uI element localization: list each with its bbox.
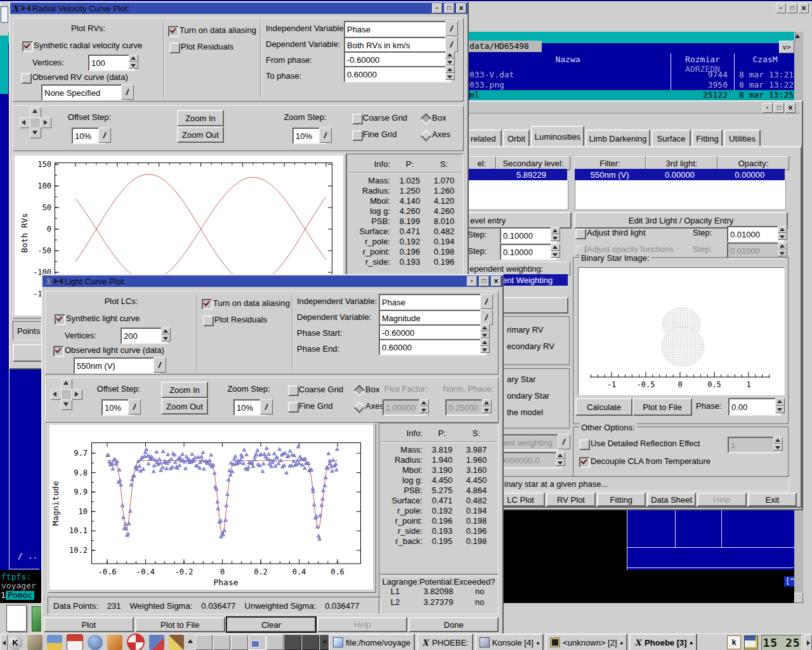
spin-up-icon[interactable]	[482, 399, 492, 406]
maximize-icon[interactable]	[444, 3, 454, 13]
dropdown-icon[interactable]	[121, 84, 134, 100]
plot-to-file-button[interactable]: Plot to File	[632, 398, 692, 416]
level-table-body[interactable]	[468, 180, 568, 210]
synthetic-lc-checkbox[interactable]	[55, 314, 65, 325]
maximize-icon[interactable]	[787, 3, 797, 13]
pan-down-icon[interactable]	[61, 399, 72, 410]
observed-lc-dropdown[interactable]: 550nm (V)	[74, 357, 160, 374]
mc-panel-menu-button[interactable]: v>	[779, 41, 794, 53]
spin-down-icon[interactable]	[445, 73, 455, 80]
phase-start-spinner[interactable]	[480, 324, 490, 338]
col-header[interactable]: Filter:	[574, 156, 646, 170]
new-document-icon[interactable]	[6, 605, 27, 632]
lifebuoy-icon[interactable]	[127, 633, 145, 650]
taskbar-button[interactable]: Phoebe [3]	[629, 633, 697, 650]
vertices-spinner[interactable]	[161, 328, 171, 342]
desktop-icon[interactable]	[149, 635, 164, 650]
taskbar-button[interactable]: PHOEBE:	[417, 633, 473, 650]
adjust-third-light-checkbox[interactable]	[575, 229, 586, 239]
spin-up-icon[interactable]	[129, 55, 138, 62]
mc-col-size[interactable]: Rozmiar	[672, 55, 733, 64]
zoom-out-button[interactable]: Zoom Out	[177, 126, 224, 143]
spin-down-icon[interactable]	[556, 459, 565, 466]
spin-down-icon[interactable]	[551, 234, 560, 241]
spin-down-icon[interactable]	[445, 58, 455, 65]
indep-var-dropdown[interactable]: Phase	[344, 21, 452, 37]
rv-plot-button[interactable]: RV Plot	[546, 493, 595, 507]
spin-down-icon[interactable]	[778, 233, 787, 240]
maximize-icon[interactable]	[774, 103, 784, 113]
spin-up-icon[interactable]	[480, 324, 490, 331]
spin-up-icon[interactable]	[556, 452, 565, 459]
bell-icon[interactable]	[88, 635, 103, 650]
data-aliasing-checkbox[interactable]	[168, 26, 179, 37]
dropdown-icon[interactable]	[98, 128, 111, 143]
level-step-spinner-2[interactable]	[551, 244, 560, 258]
taskbar-button[interactable]: <unknown> [2]	[546, 633, 627, 650]
level-step-spinner[interactable]	[551, 227, 560, 241]
col-header[interactable]: Secondary level:	[496, 156, 570, 170]
col-header[interactable]: el:	[468, 156, 496, 170]
pager-desktop-7[interactable]	[302, 635, 319, 650]
norm-phase-spinner[interactable]	[482, 399, 492, 413]
to-phase-field[interactable]: 0.60000	[344, 66, 452, 83]
pager-desktop-3[interactable]	[231, 635, 248, 650]
spin-down-icon[interactable]	[161, 335, 171, 342]
close-icon[interactable]	[785, 103, 796, 113]
spin-down-icon[interactable]	[773, 444, 783, 451]
tab-related[interactable]: related	[464, 129, 502, 146]
lc-plot-canvas[interactable]: 9.79.89.91010.110.2-0.6-0.4-0.200.20.40.…	[49, 425, 373, 590]
observed-rv-dropdown[interactable]: None Specified	[41, 84, 128, 101]
sigma-spinner[interactable]	[556, 452, 565, 466]
pan-right-icon[interactable]	[40, 117, 51, 128]
calculate-button[interactable]: Calculate	[575, 398, 632, 416]
spin-down-icon[interactable]	[482, 406, 492, 413]
reflection-spinner[interactable]	[773, 437, 783, 451]
third-light-step-spinner[interactable]	[778, 226, 787, 240]
vertices-field[interactable]: 200	[121, 328, 167, 344]
fitting-button[interactable]: Fitting	[597, 493, 646, 507]
zoom-out-button[interactable]: Zoom Out	[161, 398, 208, 415]
scroll-down-icon[interactable]	[794, 593, 803, 603]
axes-radio[interactable]	[353, 401, 365, 413]
spin-down-icon[interactable]	[419, 406, 429, 413]
observed-lc-checkbox[interactable]	[53, 346, 64, 357]
close-icon[interactable]	[456, 3, 466, 13]
level-table-row[interactable]: 5.89229	[468, 169, 567, 180]
maximize-icon[interactable]	[479, 276, 489, 286]
k-menu-icon[interactable]	[8, 635, 23, 650]
mc-current-path[interactable]: data/HD65498	[468, 41, 542, 52]
pager-desktop-1[interactable]	[195, 635, 213, 650]
spin-up-icon[interactable]	[551, 244, 560, 251]
phase-spinner[interactable]	[775, 398, 785, 413]
dropdown-icon[interactable]	[154, 357, 166, 373]
phoebe-titlebar[interactable]	[463, 102, 799, 114]
clear-button[interactable]: Clear	[226, 617, 317, 632]
tab-orbit[interactable]: Orbit	[503, 129, 530, 146]
scroll-up-icon[interactable]	[794, 31, 796, 42]
panel-hide-left-icon[interactable]	[0, 635, 8, 650]
phase-field[interactable]: 0.00	[728, 398, 782, 416]
flux-factor-spinner[interactable]	[419, 399, 429, 413]
spin-up-icon[interactable]	[773, 437, 783, 444]
spin-up-icon[interactable]	[445, 51, 455, 58]
spin-down-icon[interactable]	[129, 62, 138, 69]
taskbar-button[interactable]: file:/home/voyage	[329, 633, 415, 650]
fine-grid-checkbox[interactable]	[352, 130, 363, 141]
decouple-cla-checkbox[interactable]	[579, 457, 590, 468]
spin-up-icon[interactable]	[480, 339, 490, 346]
pan-right-icon[interactable]	[71, 389, 82, 400]
pager-desktop-5[interactable]	[266, 635, 284, 650]
data-sheet-button[interactable]: Data Sheet	[647, 493, 696, 507]
spin-up-icon[interactable]	[775, 398, 785, 406]
pens-icon[interactable]	[169, 635, 184, 650]
minimize-icon[interactable]	[776, 3, 786, 13]
level-step-field[interactable]: 0.10000	[500, 227, 557, 244]
tab-surface[interactable]: Surface	[652, 129, 691, 146]
pan-up-icon[interactable]	[30, 107, 41, 118]
coarse-grid-checkbox[interactable]	[288, 385, 299, 396]
dropdown-icon[interactable]	[445, 21, 458, 36]
tab-fitting[interactable]: Fitting	[692, 129, 723, 146]
rv-titlebar[interactable]: Radial Velocity Curve Plot:	[10, 3, 468, 14]
tab-luminosities[interactable]: Luminosities	[531, 126, 584, 146]
